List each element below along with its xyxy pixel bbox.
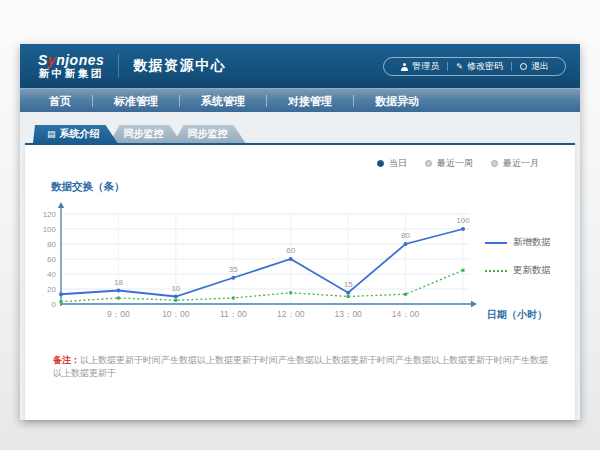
x-tick-label: 13：00 bbox=[334, 309, 362, 319]
change-password-label: 修改密码 bbox=[467, 60, 503, 73]
app-window: Synjones 新中新集团 数据资源中心 管理员 ✎ 修改密码 退出 首页 标… bbox=[20, 44, 580, 420]
legend-entry-new-data: 新增数据 bbox=[485, 236, 563, 249]
data-point-label: 18 bbox=[114, 278, 123, 287]
edit-icon: ✎ bbox=[456, 63, 463, 71]
user-icon bbox=[400, 63, 408, 71]
x-axis-title: 日期（小时） bbox=[487, 308, 547, 322]
filter-last-week[interactable]: 最近一周 bbox=[425, 157, 473, 170]
data-point bbox=[289, 257, 293, 261]
footnote-text: 以上数据更新于时间产生数据以上数据更新于时间产生数据以上数据更新于时间产生数据以… bbox=[53, 355, 548, 378]
y-tick-label: 100 bbox=[43, 225, 57, 234]
legend-label: 更新数据 bbox=[513, 264, 551, 277]
tab-sync-monitor-2[interactable]: 同步监控 bbox=[174, 125, 246, 143]
filter-today[interactable]: 当日 bbox=[377, 157, 407, 170]
filter-label: 最近一月 bbox=[503, 157, 539, 170]
y-axis-title: 数据交换（条） bbox=[51, 180, 565, 194]
filter-label: 最近一周 bbox=[437, 157, 473, 170]
legend-line-sample bbox=[485, 270, 507, 272]
radio-icon bbox=[491, 160, 498, 167]
filter-last-month[interactable]: 最近一月 bbox=[491, 157, 539, 170]
document-icon: ▤ bbox=[47, 130, 56, 139]
data-point bbox=[462, 269, 465, 272]
tab-bar: ▤ 系统介绍 同步监控 同步监控 bbox=[33, 125, 575, 143]
x-tick-label: 10：00 bbox=[162, 309, 190, 319]
logo-wordmark: Synjones bbox=[38, 53, 104, 68]
y-tick-label: 60 bbox=[47, 255, 56, 264]
logout-button[interactable]: 退出 bbox=[512, 60, 557, 73]
power-icon bbox=[520, 63, 527, 70]
tab-label: 同步监控 bbox=[188, 125, 228, 143]
x-tick-label: 12：00 bbox=[277, 309, 305, 319]
radio-icon bbox=[377, 160, 384, 167]
data-point bbox=[346, 291, 350, 295]
user-name-label: 管理员 bbox=[412, 60, 439, 73]
time-range-filters: 当日 最近一周 最近一月 bbox=[35, 145, 565, 170]
data-point-label: 10 bbox=[171, 284, 180, 293]
chart-container: 0204060801001209：0010：0011：0012：0013：001… bbox=[35, 198, 565, 330]
nav-item-data-change[interactable]: 数据异动 bbox=[354, 89, 440, 113]
data-point bbox=[59, 292, 63, 296]
data-point bbox=[347, 295, 350, 298]
tab-label: 同步监控 bbox=[124, 125, 164, 143]
y-tick-label: 120 bbox=[43, 210, 57, 219]
user-menu-button[interactable]: 管理员 bbox=[392, 60, 447, 73]
data-point bbox=[116, 289, 120, 293]
nav-item-system-mgmt[interactable]: 系统管理 bbox=[180, 89, 266, 113]
legend-entry-updated-data: 更新数据 bbox=[485, 264, 563, 277]
change-password-button[interactable]: ✎ 修改密码 bbox=[448, 60, 511, 73]
x-tick-label: 11：00 bbox=[220, 309, 247, 319]
data-point bbox=[174, 299, 177, 302]
x-axis-arrow bbox=[471, 301, 477, 307]
x-tick-label: 14：00 bbox=[392, 309, 420, 319]
y-tick-label: 40 bbox=[47, 270, 56, 279]
page-title: 数据资源中心 bbox=[133, 57, 226, 75]
main-nav: 首页 标准管理 系统管理 对接管理 数据异动 bbox=[20, 88, 580, 112]
header-divider bbox=[118, 54, 119, 78]
nav-item-interface-mgmt[interactable]: 对接管理 bbox=[267, 89, 353, 113]
data-point-label: 80 bbox=[401, 231, 410, 240]
tab-label: 系统介绍 bbox=[60, 125, 100, 143]
filter-label: 当日 bbox=[389, 157, 407, 170]
footnote: 备注：以上数据更新于时间产生数据以上数据更新于时间产生数据以上数据更新于时间产生… bbox=[53, 354, 565, 379]
data-point bbox=[289, 291, 292, 294]
data-point bbox=[232, 297, 235, 300]
y-tick-label: 0 bbox=[52, 300, 57, 309]
chart-panel: 当日 最近一周 最近一月 数据交换（条） 0204060801001209：00… bbox=[25, 143, 575, 420]
logout-label: 退出 bbox=[531, 60, 549, 73]
data-point-label: 100 bbox=[456, 216, 470, 225]
data-exchange-line-chart: 0204060801001209：0010：0011：0012：0013：001… bbox=[35, 198, 481, 330]
data-point-label: 15 bbox=[344, 280, 353, 289]
logo-company-name: 新中新集团 bbox=[38, 68, 104, 79]
data-point bbox=[60, 300, 63, 303]
y-axis-arrow bbox=[58, 202, 64, 208]
company-logo: Synjones 新中新集团 bbox=[20, 53, 104, 80]
footnote-prefix: 备注： bbox=[53, 355, 80, 365]
x-tick-label: 9：00 bbox=[107, 309, 130, 319]
data-point bbox=[174, 295, 178, 299]
nav-item-standard-mgmt[interactable]: 标准管理 bbox=[93, 89, 179, 113]
legend-label: 新增数据 bbox=[513, 236, 551, 249]
data-point-label: 60 bbox=[286, 246, 295, 255]
data-point bbox=[461, 227, 465, 231]
tab-system-intro[interactable]: ▤ 系统介绍 bbox=[33, 125, 118, 143]
data-point bbox=[231, 276, 235, 280]
nav-item-home[interactable]: 首页 bbox=[28, 89, 92, 113]
data-point bbox=[404, 293, 407, 296]
user-toolbar: 管理员 ✎ 修改密码 退出 bbox=[383, 57, 566, 76]
radio-icon bbox=[425, 160, 432, 167]
data-point bbox=[404, 242, 408, 246]
y-tick-label: 20 bbox=[47, 285, 56, 294]
data-point-label: 35 bbox=[229, 265, 238, 274]
legend-line-sample bbox=[485, 242, 507, 244]
content-area: ▤ 系统介绍 同步监控 同步监控 当日 最近一周 bbox=[20, 125, 580, 433]
tab-sync-monitor-1[interactable]: 同步监控 bbox=[110, 125, 182, 143]
app-header: Synjones 新中新集团 数据资源中心 管理员 ✎ 修改密码 退出 bbox=[20, 44, 580, 88]
data-point bbox=[117, 297, 120, 300]
y-tick-label: 80 bbox=[47, 240, 56, 249]
